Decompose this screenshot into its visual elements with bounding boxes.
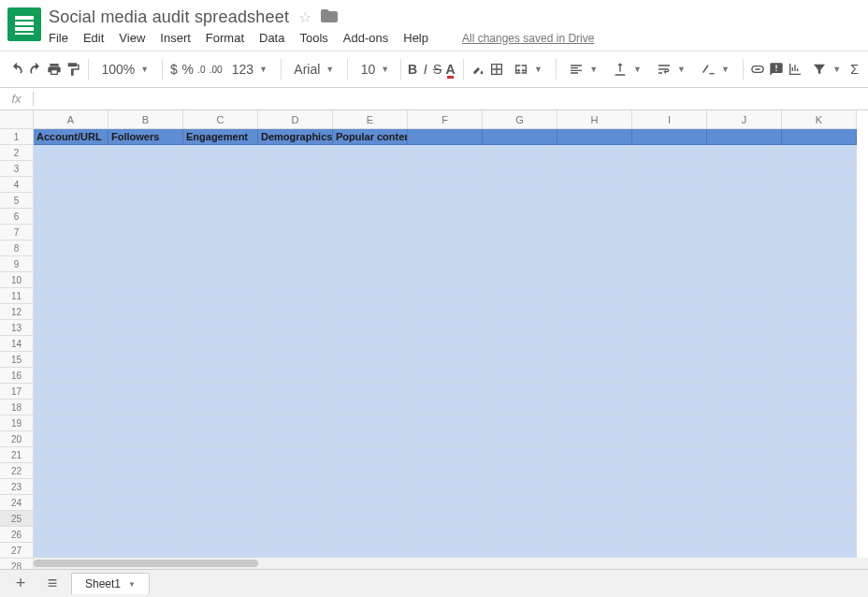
cell-I4[interactable] xyxy=(632,177,707,193)
font-size-select[interactable]: 10▼ xyxy=(355,58,393,80)
cell-A25[interactable] xyxy=(34,511,108,527)
cell-I3[interactable] xyxy=(632,161,707,177)
cell-D2[interactable] xyxy=(258,145,333,161)
cell-B12[interactable] xyxy=(108,304,183,320)
cell-J21[interactable] xyxy=(707,447,782,463)
cell-I27[interactable] xyxy=(632,543,707,559)
dec-increase-button[interactable]: .00 xyxy=(210,58,223,80)
cell-K6[interactable] xyxy=(782,209,857,225)
row-head-14[interactable]: 14 xyxy=(0,336,34,352)
sheet-tab-1[interactable]: Sheet1▼ xyxy=(71,573,150,594)
col-head-D[interactable]: D xyxy=(258,110,333,129)
cell-F1[interactable] xyxy=(408,129,483,145)
add-sheet-button[interactable]: + xyxy=(7,571,34,597)
cell-E16[interactable] xyxy=(333,368,408,384)
h-align-button[interactable]: ▼ xyxy=(563,58,603,80)
cell-E8[interactable] xyxy=(333,240,408,256)
cell-B8[interactable] xyxy=(108,240,183,256)
cell-G3[interactable] xyxy=(483,161,557,177)
cell-H23[interactable] xyxy=(557,479,632,495)
col-head-K[interactable]: K xyxy=(782,110,857,129)
cell-D9[interactable] xyxy=(258,256,333,272)
cell-J20[interactable] xyxy=(707,431,782,447)
cell-J3[interactable] xyxy=(707,161,782,177)
row-head-1[interactable]: 1 xyxy=(0,129,34,145)
cell-A27[interactable] xyxy=(34,543,108,559)
cell-K7[interactable] xyxy=(782,225,857,240)
cell-E20[interactable] xyxy=(333,431,408,447)
cell-E27[interactable] xyxy=(333,543,408,559)
cell-I26[interactable] xyxy=(632,527,707,543)
row-head-8[interactable]: 8 xyxy=(0,240,34,256)
cell-A23[interactable] xyxy=(34,479,108,495)
cell-J16[interactable] xyxy=(707,368,782,384)
row-head-6[interactable]: 6 xyxy=(0,209,34,225)
row-head-16[interactable]: 16 xyxy=(0,368,34,384)
sheets-app-icon[interactable] xyxy=(7,7,41,41)
cell-A2[interactable] xyxy=(34,145,108,161)
cell-G6[interactable] xyxy=(483,209,557,225)
cell-H9[interactable] xyxy=(557,256,632,272)
cell-J19[interactable] xyxy=(707,415,782,431)
cell-F11[interactable] xyxy=(408,288,483,304)
cell-J18[interactable] xyxy=(707,400,782,415)
cell-F26[interactable] xyxy=(408,527,483,543)
cell-C20[interactable] xyxy=(183,431,258,447)
functions-icon[interactable]: Σ xyxy=(850,58,859,80)
currency-button[interactable]: $ xyxy=(169,58,178,80)
cell-E19[interactable] xyxy=(333,415,408,431)
cell-D4[interactable] xyxy=(258,177,333,193)
cell-B14[interactable] xyxy=(108,336,183,352)
cell-K1[interactable] xyxy=(782,129,857,145)
cell-F2[interactable] xyxy=(408,145,483,161)
cell-C7[interactable] xyxy=(183,225,258,240)
cell-F15[interactable] xyxy=(408,352,483,368)
cell-F14[interactable] xyxy=(408,336,483,352)
col-head-G[interactable]: G xyxy=(483,110,557,129)
cell-F22[interactable] xyxy=(408,463,483,479)
cell-A20[interactable] xyxy=(34,431,108,447)
cell-F9[interactable] xyxy=(408,256,483,272)
cell-J25[interactable] xyxy=(707,511,782,527)
cell-B15[interactable] xyxy=(108,352,183,368)
cell-K4[interactable] xyxy=(782,177,857,193)
cell-J1[interactable] xyxy=(707,129,782,145)
cell-D15[interactable] xyxy=(258,352,333,368)
cell-I12[interactable] xyxy=(632,304,707,320)
cell-F19[interactable] xyxy=(408,415,483,431)
cell-B19[interactable] xyxy=(108,415,183,431)
row-head-18[interactable]: 18 xyxy=(0,400,34,415)
cell-F12[interactable] xyxy=(408,304,483,320)
cell-J6[interactable] xyxy=(707,209,782,225)
row-head-24[interactable]: 24 xyxy=(0,495,34,511)
cell-A13[interactable] xyxy=(34,320,108,336)
cell-I16[interactable] xyxy=(632,368,707,384)
star-icon[interactable]: ☆ xyxy=(298,8,311,26)
cell-B3[interactable] xyxy=(108,161,183,177)
cell-J15[interactable] xyxy=(707,352,782,368)
cell-K19[interactable] xyxy=(782,415,857,431)
cell-H2[interactable] xyxy=(557,145,632,161)
cell-G14[interactable] xyxy=(483,336,557,352)
cell-I20[interactable] xyxy=(632,431,707,447)
cell-F27[interactable] xyxy=(408,543,483,559)
cell-K23[interactable] xyxy=(782,479,857,495)
row-head-10[interactable]: 10 xyxy=(0,272,34,288)
col-head-B[interactable]: B xyxy=(108,110,183,129)
cell-H25[interactable] xyxy=(557,511,632,527)
cell-F21[interactable] xyxy=(408,447,483,463)
cell-B20[interactable] xyxy=(108,431,183,447)
cell-A22[interactable] xyxy=(34,463,108,479)
col-head-E[interactable]: E xyxy=(333,110,408,129)
cell-G23[interactable] xyxy=(483,479,557,495)
cell-A7[interactable] xyxy=(34,225,108,240)
cell-G2[interactable] xyxy=(483,145,557,161)
cell-H13[interactable] xyxy=(557,320,632,336)
cell-D5[interactable] xyxy=(258,193,333,209)
cell-A21[interactable] xyxy=(34,447,108,463)
row-head-19[interactable]: 19 xyxy=(0,415,34,431)
cell-B13[interactable] xyxy=(108,320,183,336)
cell-I8[interactable] xyxy=(632,240,707,256)
cell-H7[interactable] xyxy=(557,225,632,240)
cell-I22[interactable] xyxy=(632,463,707,479)
